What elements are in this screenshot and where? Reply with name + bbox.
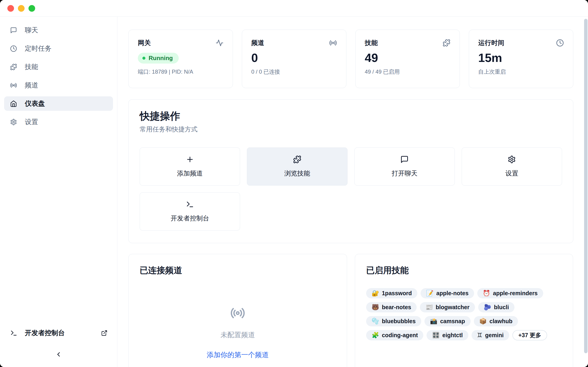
bottom-row: 已连接频道 未配置频道 添加你的第一个频道 已启用技能 🔐1password 📝… <box>128 254 573 367</box>
quick-action-label: 添加频道 <box>177 169 203 178</box>
quick-action-open-chat[interactable]: 打开聊天 <box>355 148 455 186</box>
collapse-row <box>0 344 117 365</box>
skill-name: bear-notes <box>382 304 411 311</box>
skill-badge: 🫧bluebubbles <box>366 316 421 326</box>
stat-value: 0 <box>251 51 337 65</box>
skill-badge: 📦clawhub <box>474 316 518 326</box>
radio-icon <box>230 306 245 321</box>
enabled-skills-title: 已启用技能 <box>366 265 562 276</box>
connected-channels-card: 已连接频道 未配置频道 添加你的第一个频道 <box>128 254 347 367</box>
quick-action-settings[interactable]: 设置 <box>462 148 562 186</box>
add-first-channel-link[interactable]: 添加你的第一个频道 <box>207 350 269 360</box>
skill-badge: 🎛️eightctl <box>426 330 468 340</box>
quick-action-add-channel[interactable]: 添加频道 <box>140 148 240 186</box>
sidebar-item-label: 频道 <box>25 81 38 90</box>
sidebar: 聊天 定时任务 技能 <box>0 17 117 367</box>
activity-icon <box>216 39 224 47</box>
skill-badge: 🐻bear-notes <box>366 302 417 312</box>
quick-action-label: 浏览技能 <box>284 169 310 178</box>
sidebar-item-label: 仪表盘 <box>25 99 45 108</box>
message-square-icon <box>400 155 409 164</box>
skill-badge: 🔐1password <box>366 288 417 298</box>
dashboard-main: 网关 Running 端口: 18789 | PID: N/A <box>117 17 588 367</box>
stat-detail: 自上次重启 <box>478 68 564 75</box>
app-window: 聊天 定时任务 技能 <box>0 0 588 367</box>
titlebar <box>0 0 588 17</box>
skill-badge: 🧩coding-agent <box>366 330 423 340</box>
collapse-sidebar-button[interactable] <box>55 351 62 358</box>
sidebar-item-settings[interactable]: 设置 <box>4 115 113 129</box>
skills-more-button[interactable]: +37 更多 <box>512 330 547 340</box>
stat-card-gateway: 网关 Running 端口: 18789 | PID: N/A <box>128 30 233 88</box>
home-icon <box>10 100 17 107</box>
skill-emoji-icon: 🐻 <box>372 304 379 310</box>
sidebar-item-skills[interactable]: 技能 <box>4 60 113 74</box>
zoom-window-button[interactable] <box>28 5 35 12</box>
skill-emoji-icon: 🫐 <box>484 304 491 310</box>
sidebar-item-chat[interactable]: 聊天 <box>4 23 113 37</box>
sidebar-item-label: 聊天 <box>25 26 38 35</box>
channels-empty-state: 未配置频道 添加你的第一个频道 <box>140 306 336 360</box>
puzzle-icon <box>10 64 17 70</box>
skill-name: gemini <box>485 332 504 339</box>
skill-name: coding-agent <box>382 332 418 339</box>
sidebar-item-label: 技能 <box>25 62 38 72</box>
skill-emoji-icon: 📸 <box>430 318 437 324</box>
status-badge: Running <box>138 53 179 64</box>
close-window-button[interactable] <box>7 5 14 12</box>
quick-actions-card: 快捷操作 常用任务和快捷方式 添加频道 浏览技能 <box>128 99 573 243</box>
sidebar-footer: 开发者控制台 <box>0 326 117 367</box>
quick-actions-subtitle: 常用任务和快捷方式 <box>140 125 562 134</box>
skill-name: 1password <box>382 290 412 297</box>
skill-emoji-icon: 📝 <box>426 290 433 296</box>
sidebar-item-label: 设置 <box>25 117 38 127</box>
puzzle-icon <box>443 39 450 47</box>
sidebar-item-dev-console[interactable]: 开发者控制台 <box>0 326 117 340</box>
skill-badge: 📰blogwatcher <box>420 302 475 312</box>
status-dot-icon <box>142 57 145 60</box>
skill-badge: 📝apple-notes <box>421 288 474 298</box>
skill-badges: 🔐1password 📝apple-notes ⏰apple-reminders… <box>366 288 562 340</box>
quick-actions-title: 快捷操作 <box>140 110 562 122</box>
minimize-window-button[interactable] <box>18 5 25 12</box>
stat-card-skills: 技能 49 49 / 49 已启用 <box>355 30 460 88</box>
stat-title: 技能 <box>365 39 378 47</box>
skill-emoji-icon: 📰 <box>425 304 433 310</box>
plus-icon <box>186 155 194 164</box>
skill-name: eightctl <box>442 332 463 339</box>
quick-action-dev-console[interactable]: 开发者控制台 <box>140 192 240 231</box>
stat-detail: 49 / 49 已启用 <box>365 68 450 75</box>
sidebar-item-channels[interactable]: 频道 <box>4 78 113 92</box>
quick-action-label: 打开聊天 <box>392 169 417 178</box>
stat-detail: 0 / 0 已连接 <box>251 68 337 75</box>
skill-name: blogwatcher <box>436 304 469 311</box>
external-link-icon <box>101 330 107 336</box>
radio-icon <box>10 82 17 89</box>
skill-name: clawhub <box>489 318 512 325</box>
settings-icon <box>10 119 17 125</box>
skill-badge: 🫐blucli <box>478 302 515 312</box>
skill-emoji-icon: 📦 <box>479 318 487 324</box>
puzzle-icon <box>293 155 301 164</box>
skill-badge: ⏰apple-reminders <box>477 288 543 298</box>
quick-action-label: 设置 <box>505 169 518 178</box>
sidebar-item-scheduled-tasks[interactable]: 定时任务 <box>4 41 113 56</box>
stat-title: 频道 <box>251 39 264 47</box>
clock-icon <box>556 39 564 47</box>
channels-empty-text: 未配置频道 <box>221 330 255 340</box>
skill-emoji-icon: ⏰ <box>483 290 490 296</box>
quick-actions-grid: 添加频道 浏览技能 打开聊天 <box>140 148 562 231</box>
status-text: Running <box>149 55 173 62</box>
stat-card-channels: 频道 0 0 / 0 已连接 <box>242 30 346 88</box>
terminal-icon <box>10 329 17 337</box>
stat-title: 网关 <box>138 39 151 47</box>
stats-row: 网关 Running 端口: 18789 | PID: N/A <box>128 30 573 88</box>
quick-action-browse-skills[interactable]: 浏览技能 <box>247 148 347 186</box>
skill-badge: ♊gemini <box>472 330 509 340</box>
enabled-skills-card: 已启用技能 🔐1password 📝apple-notes ⏰apple-rem… <box>355 254 573 367</box>
stat-card-uptime: 运行时间 15m 自上次重启 <box>469 30 573 88</box>
skill-emoji-icon: 🧩 <box>372 332 379 338</box>
sidebar-item-dashboard[interactable]: 仪表盘 <box>4 96 113 111</box>
scrollbar[interactable] <box>584 19 588 353</box>
dev-console-label: 开发者控制台 <box>25 328 65 338</box>
